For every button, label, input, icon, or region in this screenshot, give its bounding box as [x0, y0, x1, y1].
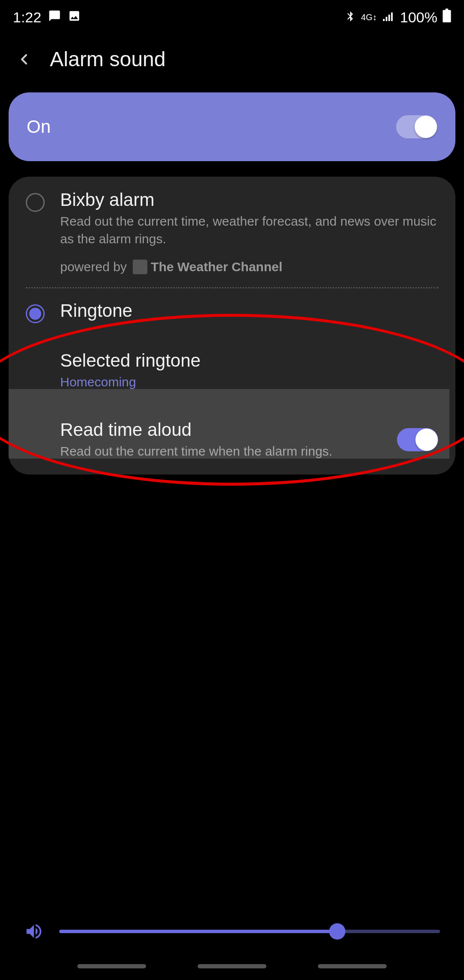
toggle-knob: [415, 116, 437, 138]
battery-percent: 100%: [400, 9, 437, 26]
ringtone-content: Ringtone: [60, 300, 438, 324]
ringtone-option[interactable]: Ringtone: [9, 288, 455, 336]
selected-ringtone-value: Homecoming: [60, 374, 438, 391]
bixby-content: Bixby alarm Read out the current time, w…: [60, 190, 438, 274]
bluetooth-icon: [345, 9, 356, 26]
read-time-toggle[interactable]: [397, 428, 438, 451]
radio-selected[interactable]: [26, 304, 45, 323]
selected-ringtone-content: Selected ringtone Homecoming: [60, 350, 438, 391]
read-time-description: Read out the current time when the alarm…: [60, 443, 382, 460]
signal-icon: [382, 9, 395, 26]
weather-channel-icon: [133, 260, 147, 274]
header: Alarm sound: [0, 34, 464, 92]
weather-channel-badge: The Weather Channel: [133, 260, 282, 274]
toggle-knob: [415, 429, 438, 451]
selected-ringtone-label: Selected ringtone: [60, 350, 438, 371]
home-button[interactable]: [198, 964, 266, 968]
bixby-alarm-option[interactable]: Bixby alarm Read out the current time, w…: [9, 177, 455, 287]
image-icon: [68, 9, 81, 26]
status-time: 1:22: [13, 9, 41, 26]
status-right: 4G↕ 100%: [345, 9, 451, 26]
powered-by-row: powered by The Weather Channel: [60, 260, 438, 274]
bixby-description: Read out the current time, weather forec…: [60, 213, 438, 248]
alarm-sound-master-toggle[interactable]: On: [9, 92, 455, 161]
message-icon: [48, 9, 61, 26]
read-time-label: Read time aloud: [60, 420, 382, 440]
slider-knob[interactable]: [329, 923, 345, 940]
volume-slider[interactable]: [59, 930, 440, 933]
data-icon: 4G↕: [361, 12, 377, 22]
on-label: On: [27, 116, 51, 137]
settings-card: Bixby alarm Read out the current time, w…: [9, 177, 455, 475]
status-bar: 1:22 4G↕ 100%: [0, 0, 464, 34]
read-time-content: Read time aloud Read out the current tim…: [60, 420, 382, 460]
radio-unselected[interactable]: [26, 193, 45, 212]
weather-channel-text: The Weather Channel: [151, 260, 282, 274]
back-nav-button[interactable]: [318, 964, 387, 968]
page-title: Alarm sound: [50, 47, 165, 71]
recents-button[interactable]: [77, 964, 146, 968]
selected-ringtone-row[interactable]: Selected ringtone Homecoming: [9, 336, 455, 407]
ringtone-label: Ringtone: [60, 300, 438, 321]
navigation-bar: [0, 958, 464, 975]
slider-fill: [59, 930, 337, 933]
status-left: 1:22: [13, 9, 81, 26]
toggle-switch[interactable]: [396, 115, 437, 138]
battery-icon: [443, 9, 451, 26]
read-time-aloud-row[interactable]: Read time aloud Read out the current tim…: [9, 407, 455, 475]
volume-icon: [24, 922, 44, 941]
spacer: [26, 350, 45, 391]
bixby-title: Bixby alarm: [60, 190, 438, 210]
back-button[interactable]: [15, 51, 33, 68]
volume-control: [0, 922, 464, 941]
powered-by-label: powered by: [60, 260, 127, 274]
